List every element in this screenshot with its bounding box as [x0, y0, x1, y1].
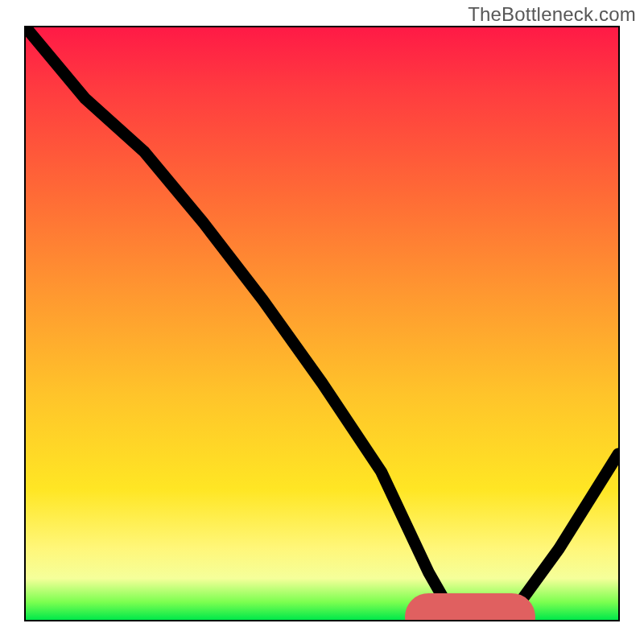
- watermark-text: TheBottleneck.com: [468, 3, 636, 26]
- bottleneck-curve-path: [26, 27, 618, 617]
- curve-layer: [26, 27, 618, 620]
- plot-area: [24, 26, 620, 621]
- chart-frame: TheBottleneck.com: [0, 0, 644, 644]
